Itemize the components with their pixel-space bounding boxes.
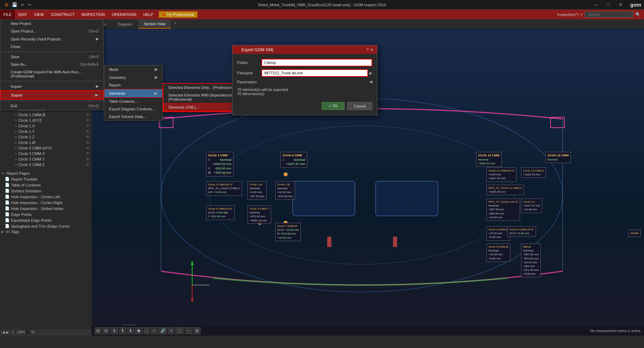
view-btn-2[interactable]: ⊟ <box>102 327 109 334</box>
minimize-button[interactable]: — <box>589 0 602 10</box>
tree-circle1-cx[interactable]: ○ Circle 1.X 👁 <box>0 123 92 129</box>
tree-circle3-z[interactable]: ○ Circle 3 CMM.Z 👁 <box>0 162 92 167</box>
tree-tags[interactable]: ▶ 🏷 Tags <box>0 229 92 235</box>
menu-inspection[interactable]: INSPECTION <box>78 10 108 19</box>
tree-hole-slotted[interactable]: 📄 Hole Inspection - Slotted Holes <box>0 205 92 211</box>
status-msg: No measurement series is active. <box>590 329 641 333</box>
dialog-help-button[interactable]: ? <box>366 47 369 52</box>
dialog-filename-row: Filename ▶ <box>237 69 372 77</box>
view-btn-5[interactable]: ⬇ <box>127 327 134 334</box>
menu-save-as[interactable]: Save As... Ctrl+Shift+S <box>0 61 104 68</box>
tree-circle3-y[interactable]: ○ Circle 3 CMM.Y 👁 <box>0 156 92 162</box>
tree-circle3-dxyz[interactable]: ○ Circle 3 CMM.dXYZ 👁 <box>0 145 92 151</box>
view-btn-7[interactable]: □ <box>144 327 150 334</box>
view-btn-1[interactable]: ⊞ <box>95 327 101 334</box>
dialog-close-button[interactable]: ✕ <box>370 47 374 52</box>
c3z-eye[interactable]: 👁 <box>86 163 90 167</box>
cancel-button[interactable]: Cancel <box>347 102 372 110</box>
menu-export[interactable]: Export ▶ <box>0 90 104 100</box>
menu-edit[interactable]: EDIT <box>15 10 30 19</box>
elements-arrow: ▶ <box>154 91 157 95</box>
export-elements[interactable]: Elements ▶ <box>104 89 162 98</box>
titlebar-icon-2[interactable]: ↩ <box>19 2 26 8</box>
view-btn-4[interactable]: ⬆ <box>119 327 126 334</box>
filename-arrow[interactable]: ▶ <box>369 71 372 75</box>
titlebar-icon-3[interactable]: ↪ <box>26 2 33 8</box>
c3x-eye[interactable]: 👁 <box>86 152 90 156</box>
filename-input[interactable] <box>261 69 368 77</box>
view-btn-10[interactable]: ≡ <box>168 327 174 334</box>
search-icon[interactable]: 🔍 <box>635 12 641 17</box>
titlebar-icon-1[interactable]: 💾 <box>10 1 19 8</box>
window-controls: — □ ✕ gom <box>589 0 644 10</box>
export-geometry[interactable]: Geometry ▶ <box>104 73 162 81</box>
tree-hole-left[interactable]: 📄 Hole Inspection - Circles Left <box>0 194 92 200</box>
params-collapse[interactable]: ◀ <box>369 80 372 84</box>
view-btn-12[interactable]: ↔ <box>185 327 193 334</box>
tree-toc[interactable]: 📄 Table of Contents <box>0 182 92 188</box>
view-btn-8[interactable]: ⤢ <box>151 327 158 334</box>
c3y-eye[interactable]: 👁 <box>86 157 90 161</box>
next-page-button[interactable]: ▶ <box>6 330 9 334</box>
tree-report-pages[interactable]: ▼ Report Pages <box>0 171 92 176</box>
report-pages-section: ▼ Report Pages 📄 Report Trunklid 📄 Table… <box>0 170 92 235</box>
view-btn-6[interactable]: ⏺ <box>135 327 143 334</box>
tab-section-view[interactable]: Section View <box>138 19 171 29</box>
export-volume-data[interactable]: Export Volume Data... <box>104 113 162 120</box>
folder-input[interactable] <box>261 59 372 66</box>
menu-save[interactable]: Save Ctrl+S <box>0 53 104 61</box>
menu-help[interactable]: HELP <box>140 10 157 19</box>
menu-open-project[interactable]: Open Project... Ctrl+O <box>0 27 104 35</box>
menu-import[interactable]: Import ▶ <box>0 82 104 90</box>
try-pro-button[interactable]: G Try Professional <box>159 11 198 18</box>
menu-construct[interactable]: CONSTRUCT <box>47 10 78 19</box>
tree-springback[interactable]: 📄 Springback and Trim (Edge Curve) <box>0 223 92 229</box>
c3dxyz-eye[interactable]: 👁 <box>86 146 90 150</box>
view-btn-3[interactable]: ⏸ <box>110 327 118 334</box>
search-input[interactable] <box>585 11 633 18</box>
tree-circle1-cd[interactable]: ○ Circle 1.Ø 👁 <box>0 140 92 145</box>
tree-edge-points[interactable]: 📄 Edge Points <box>0 211 92 217</box>
menu-new-project[interactable]: New Project <box>0 20 104 27</box>
menu-exit[interactable]: Exit Ctrl+Q <box>0 102 104 110</box>
dropdown-icon[interactable]: ▾ <box>581 12 583 17</box>
tree-equidistant[interactable]: 📄 Equidistant Edge Points <box>0 217 92 223</box>
c1cd-eye[interactable]: 👁 <box>86 140 90 145</box>
tab-add-button[interactable]: + <box>171 19 179 29</box>
c1cx-eye[interactable]: 👁 <box>86 124 90 128</box>
tree-circle3-x[interactable]: ○ Circle 3 CMM.X 👁 <box>0 151 92 156</box>
tree-hole-right[interactable]: 📄 Hole Inspection - Circles Right <box>0 200 92 205</box>
tree-circle1-diam[interactable]: ○ Circle 1 CMM.Ø 👁 <box>0 112 92 118</box>
menu-operations[interactable]: OPERATIONS <box>108 10 140 19</box>
titlebar-left: G 💾 ↩ ↪ <box>0 1 35 8</box>
view-btn-9[interactable]: 🔗 <box>159 327 167 334</box>
close-button[interactable]: ✕ <box>614 0 627 10</box>
tab-diagram[interactable]: Diagram <box>112 19 138 29</box>
c1cy-eye[interactable]: 👁 <box>86 129 90 134</box>
c1cz-eye[interactable]: 👁 <box>86 135 90 139</box>
export-report[interactable]: Report <box>104 81 162 89</box>
prev-page-button[interactable]: ◀ <box>2 330 5 334</box>
menu-file[interactable]: FILE <box>0 10 15 19</box>
export-table-contents[interactable]: Table Contents... <box>104 98 162 105</box>
geometry-arrow: ▶ <box>155 75 158 80</box>
tree-report-trunklid[interactable]: 📄 Report Trunklid <box>0 176 92 182</box>
tree-surface-dev[interactable]: 📄 Surface Deviation <box>0 188 92 194</box>
zoom-input[interactable] <box>15 330 30 335</box>
tree-circle1-dxyz[interactable]: ○ Circle 1.dXYZ 👁 <box>0 118 92 123</box>
c1dxyz-eye[interactable]: 👁 <box>86 118 90 122</box>
tree-circle1-cz[interactable]: ○ Circle 1.Z 👁 <box>0 134 92 140</box>
menu-open-recently[interactable]: Open Recently Used Projects ▶ <box>0 35 104 43</box>
maximize-button[interactable]: □ <box>602 0 614 10</box>
export-mesh[interactable]: Mesh ▶ <box>104 65 162 73</box>
menu-close[interactable]: Close <box>0 43 104 51</box>
tree-circle1-cy[interactable]: ○ Circle 1.Y 👁 <box>0 129 92 134</box>
view-btn-13[interactable]: ⊞ <box>194 327 200 334</box>
menu-create-auto[interactable]: Create GOM Inspect File With Auto Run...… <box>0 68 104 80</box>
export-submenu: Mesh ▶ Geometry ▶ Report Elements ▶ Tabl… <box>104 65 163 121</box>
c1d-eye[interactable]: 👁 <box>86 113 90 117</box>
menu-view[interactable]: VIEW <box>30 10 47 19</box>
ok-button[interactable]: ✓ OK <box>322 102 345 110</box>
export-diagram-contents[interactable]: Export Diagram Contents... <box>104 105 162 113</box>
view-btn-11[interactable]: ⬛ <box>175 327 184 334</box>
